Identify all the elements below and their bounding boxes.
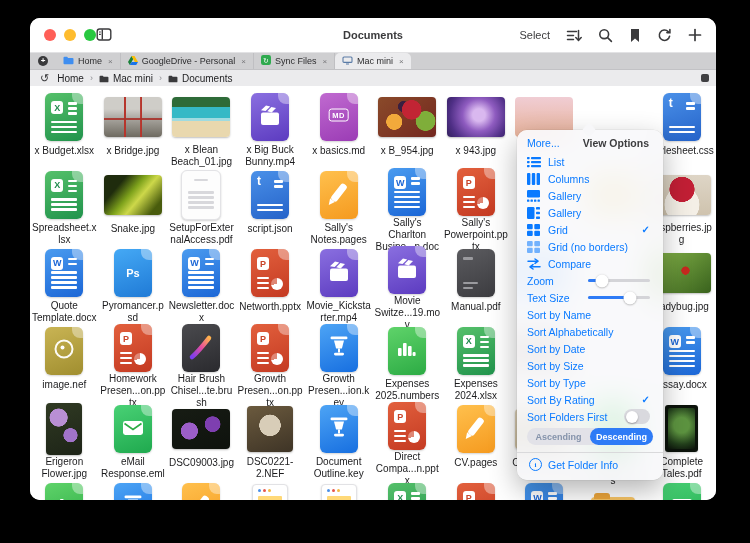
get-folder-info-button[interactable]: i Get Folder Info (517, 453, 663, 476)
file-thumbnail (388, 324, 426, 377)
file-item[interactable]: x 943.jpg (442, 90, 511, 168)
sort-folders-first-toggle[interactable] (624, 409, 650, 424)
menu-item-sort-folders-first[interactable]: Sort Folders First (517, 408, 663, 425)
file-item[interactable]: image.nef (30, 324, 99, 402)
close-window-button[interactable] (44, 29, 56, 41)
tab-sync-files[interactable]: ↻Sync Files× (254, 53, 335, 69)
tab-close-icon[interactable]: × (108, 57, 113, 66)
sort-order-ascending[interactable]: Ascending (527, 428, 590, 445)
view-mode-grid[interactable]: Grid✓ (517, 221, 663, 238)
file-item-partial[interactable]: W (510, 480, 579, 500)
file-item[interactable]: PGrowth Presen...on.pptx (236, 324, 305, 402)
code-icon: t (663, 93, 701, 141)
file-item[interactable]: Erigeron Flower.jpg (30, 402, 99, 480)
file-item-partial[interactable] (236, 480, 305, 500)
menu-item-sort-by-size[interactable]: Sort by Size (517, 357, 663, 374)
file-item[interactable]: x Blean Beach_01.jpg (167, 90, 236, 168)
file-item[interactable]: WQuote Template.docx (30, 246, 99, 324)
view-options-icon[interactable] (566, 28, 582, 43)
tab-close-icon[interactable]: × (241, 57, 246, 66)
file-item[interactable]: WSally's Charlton Busine...n.docx (373, 168, 442, 246)
excel-icon: X (457, 327, 495, 375)
menu-item-sort-by-name[interactable]: Sort by Name (517, 306, 663, 323)
file-thumbnail (104, 90, 162, 144)
file-item[interactable]: Expenses 2025.numbers (373, 324, 442, 402)
add-icon[interactable] (688, 28, 702, 42)
breadcrumb-separator: › (90, 73, 93, 83)
tab-home[interactable]: Home× (56, 53, 121, 69)
slider-track[interactable] (588, 296, 650, 299)
pathbar-corner-icon[interactable] (701, 74, 709, 82)
file-item[interactable]: Movie Switze...19.mov (373, 246, 442, 324)
file-item[interactable]: Manual.pdf (442, 246, 511, 324)
menu-item-sort-alphabetically[interactable]: Sort Alphabetically (517, 323, 663, 340)
breadcrumb-item-mac-mini[interactable]: Mac mini (113, 73, 153, 84)
file-item[interactable]: SetupForExternalAccess.pdf (167, 168, 236, 246)
history-icon[interactable]: ↺ (40, 73, 49, 83)
view-mode-gallery[interactable]: Gallery (517, 187, 663, 204)
file-item[interactable]: PSally's Powerpoint.pptx (442, 168, 511, 246)
refresh-icon[interactable] (657, 28, 672, 43)
file-item[interactable]: Snake.jpg (99, 168, 168, 246)
zoom-window-button[interactable] (84, 29, 96, 41)
file-thumbnail (321, 480, 357, 500)
breadcrumb-item-home[interactable]: Home (57, 73, 84, 84)
file-item-partial[interactable]: P (442, 480, 511, 500)
file-item[interactable]: CV.pages (442, 402, 511, 480)
file-item[interactable]: PDirect Compa...n.pptx (373, 402, 442, 480)
minimize-window-button[interactable] (64, 29, 76, 41)
file-item-partial[interactable] (579, 480, 648, 500)
file-item[interactable]: Sally's Notes.pages (304, 168, 373, 246)
view-mode-compare[interactable]: Compare (517, 255, 663, 272)
file-item[interactable]: Movie_Kickstarter.mp4 (304, 246, 373, 324)
tab-googledrive-personal[interactable]: GoogleDrive - Personal× (121, 53, 254, 69)
file-item-partial[interactable] (30, 480, 99, 500)
tab-close-icon[interactable]: × (322, 57, 327, 66)
file-item[interactable]: PNetworth.pptx (236, 246, 305, 324)
menu-item-label: Gallery (548, 190, 650, 202)
new-tab-button[interactable]: + (30, 53, 56, 69)
file-item[interactable]: Document Outline.key (304, 402, 373, 480)
file-item[interactable]: XExpenses 2024.xlsx (442, 324, 511, 402)
sidebar-toggle-icon[interactable] (96, 27, 112, 46)
file-item[interactable]: Xx Budget.xlsx (30, 90, 99, 168)
file-thumbnail: MD (320, 90, 358, 144)
view-mode-gallery[interactable]: Gallery (517, 204, 663, 221)
file-item[interactable]: Growth Presen...ion.key (304, 324, 373, 402)
slider-knob[interactable] (595, 274, 608, 287)
file-item-partial[interactable]: X (373, 480, 442, 500)
file-item[interactable]: x B_954.jpg (373, 90, 442, 168)
file-item[interactable]: eMail Response.eml (99, 402, 168, 480)
file-item[interactable]: DSC0221-2.NEF (236, 402, 305, 480)
tab-mac-mini[interactable]: Mac mini× (335, 53, 411, 69)
menu-item-sort-by-date[interactable]: Sort by Date (517, 340, 663, 357)
file-item-partial[interactable] (647, 480, 716, 500)
file-item[interactable]: DSC09003.jpg (167, 402, 236, 480)
file-item[interactable]: XSpreadsheet.xlsx (30, 168, 99, 246)
file-item-partial[interactable] (304, 480, 373, 500)
select-button[interactable]: Select (519, 29, 550, 41)
file-item[interactable]: WNewsletter.docx (167, 246, 236, 324)
view-mode-list[interactable]: List (517, 153, 663, 170)
file-item[interactable]: MDx basics.md (304, 90, 373, 168)
view-mode-columns[interactable]: Columns (517, 170, 663, 187)
more-link[interactable]: More... (527, 137, 560, 149)
file-item-partial[interactable] (167, 480, 236, 500)
search-icon[interactable] (598, 28, 613, 43)
file-item[interactable]: x Bridge.jpg (99, 90, 168, 168)
file-item-partial[interactable] (99, 480, 168, 500)
view-mode-grid-no-borders-[interactable]: Grid (no borders) (517, 238, 663, 255)
file-item[interactable]: tscript.json (236, 168, 305, 246)
sort-order-descending[interactable]: Descending (590, 428, 653, 445)
file-item[interactable]: PHomework Presen...on.pptx (99, 324, 168, 402)
slider-knob[interactable] (623, 291, 636, 304)
tab-close-icon[interactable]: × (399, 57, 404, 66)
bookmark-icon[interactable] (629, 28, 641, 43)
file-item[interactable]: x Big Buck Bunny.mp4 (236, 90, 305, 168)
file-item[interactable]: Hair Brush Chisel...te.brush (167, 324, 236, 402)
slider-track[interactable] (588, 279, 650, 282)
menu-item-sort-by-type[interactable]: Sort by Type (517, 374, 663, 391)
file-item[interactable]: PsPyromancer.psd (99, 246, 168, 324)
menu-item-sort-by-rating[interactable]: Sort By Rating✓ (517, 391, 663, 408)
breadcrumb-item-documents[interactable]: Documents (182, 73, 233, 84)
